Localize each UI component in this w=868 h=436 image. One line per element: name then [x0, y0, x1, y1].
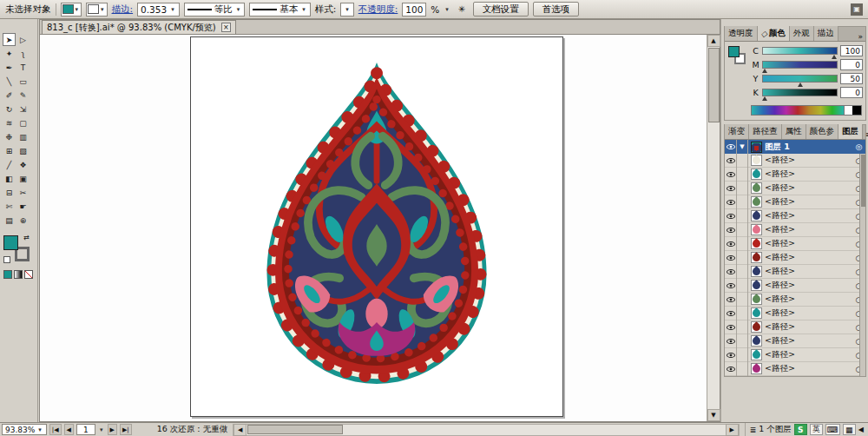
opacity-panel-link[interactable]: 不透明度:	[358, 3, 398, 16]
path-name[interactable]: <路径>	[765, 182, 852, 194]
eyedropper-tool[interactable]: ╱	[3, 158, 16, 171]
layer-row[interactable]: <路径> ○	[725, 334, 865, 348]
visibility-eye-icon[interactable]	[725, 182, 737, 195]
magic-wand-tool[interactable]: ✦	[3, 47, 16, 60]
layer-row[interactable]: <路径> ○	[725, 195, 865, 209]
layer-row[interactable]: <路径> ○	[725, 182, 865, 195]
toolbar-options-icon[interactable]: ▦	[843, 424, 856, 435]
last-page-button[interactable]: ▶|	[120, 424, 132, 435]
layer-row[interactable]: <路径> ○	[725, 265, 865, 279]
path-name[interactable]: <路径>	[765, 294, 852, 305]
channel-value-input[interactable]: 50	[840, 73, 863, 84]
next-page-button[interactable]: ▶	[108, 424, 117, 435]
path-name[interactable]: <路径>	[765, 349, 852, 360]
keyboard-icon[interactable]: ⌨	[825, 424, 840, 435]
scroll-left-icon[interactable]: ◀	[233, 424, 247, 436]
path-name[interactable]: <路径>	[765, 280, 852, 291]
tray-collapse-icon[interactable]: ◀	[858, 426, 864, 433]
slider-marker-icon[interactable]	[762, 69, 767, 73]
selection-tool[interactable]: ➤	[3, 33, 16, 46]
layers-scroll-thumb[interactable]	[861, 155, 865, 207]
scroll-down-icon[interactable]: ▼	[707, 409, 720, 421]
path-name[interactable]: <路径>	[765, 155, 852, 166]
path-name[interactable]: <路径>	[765, 238, 852, 249]
lasso-tool[interactable]: ʅ	[16, 47, 30, 60]
layer-row[interactable]: <路径> ○	[725, 293, 865, 307]
visibility-eye-icon[interactable]	[725, 140, 737, 154]
document-setup-button[interactable]: 文档设置	[473, 2, 529, 17]
path-name[interactable]: <路径>	[765, 168, 852, 180]
slider-marker-icon[interactable]	[798, 83, 803, 87]
brush-definition-select[interactable]: 基本 ▾	[249, 3, 311, 17]
layer-name[interactable]: 图层 1	[765, 142, 852, 153]
tab-gradient[interactable]: 渐变	[725, 124, 749, 139]
stroke-color-dropdown[interactable]: ▾	[86, 3, 108, 17]
lock-cell[interactable]	[737, 362, 748, 376]
path-name[interactable]: <路径>	[765, 196, 852, 208]
lock-cell[interactable]	[737, 265, 748, 279]
crop-area-tool[interactable]: ⊟	[3, 186, 16, 199]
path-name[interactable]: <路径>	[765, 335, 852, 347]
channel-slider[interactable]	[762, 61, 838, 69]
style-select[interactable]: ▾	[340, 3, 354, 17]
zoom-select[interactable]: 93.83% ▾	[2, 424, 47, 435]
artboard[interactable]	[190, 36, 563, 417]
channel-value-input[interactable]: 100	[840, 45, 863, 56]
swap-fill-stroke-icon[interactable]: ⇄	[23, 234, 30, 241]
visibility-eye-icon[interactable]	[725, 348, 737, 362]
lock-cell[interactable]	[737, 251, 748, 265]
opacity-input[interactable]: 100	[402, 3, 426, 17]
pencil-tool[interactable]: ✎	[16, 89, 30, 102]
slice-tool[interactable]: ✂	[16, 186, 30, 199]
layer-row[interactable]: <路径> ○	[725, 154, 865, 168]
panel-overflow-icon[interactable]: »	[855, 32, 865, 41]
vertical-scroll-thumb[interactable]	[708, 48, 720, 122]
blend-tool[interactable]: ❖	[16, 158, 30, 171]
zoom-tool[interactable]: ⊕	[16, 214, 30, 227]
warp-tool[interactable]: ≋	[3, 116, 16, 129]
lock-cell[interactable]	[737, 168, 748, 182]
visibility-eye-icon[interactable]	[725, 195, 737, 209]
path-name[interactable]: <路径>	[765, 224, 852, 235]
layer-target-icon[interactable]: ◎	[852, 142, 865, 151]
panel-fill-swatch[interactable]	[728, 46, 740, 57]
slider-marker-icon[interactable]	[832, 55, 837, 59]
tab-color-guide[interactable]: 颜色参	[806, 124, 839, 139]
ime-badge[interactable]: S	[794, 424, 807, 435]
type-tool[interactable]: T	[16, 61, 30, 74]
layer-row-header[interactable]: ▼ 图层 1 ◎	[725, 140, 865, 154]
slider-marker-icon[interactable]	[762, 96, 767, 101]
visibility-eye-icon[interactable]	[725, 307, 737, 320]
visibility-eye-icon[interactable]	[725, 362, 737, 376]
lock-cell[interactable]	[737, 154, 748, 168]
fill-swatch[interactable]	[62, 4, 74, 14]
color-spectrum-bar[interactable]	[752, 106, 844, 115]
layer-row[interactable]: <路径> ○	[725, 251, 865, 265]
horizontal-scroll-thumb[interactable]	[247, 425, 343, 434]
width-profile-select[interactable]: 等比 ▾	[184, 3, 246, 17]
visibility-eye-icon[interactable]	[725, 209, 737, 223]
scale-tool[interactable]: ⇲	[16, 102, 30, 116]
layer-row[interactable]: <路径> ○	[725, 279, 865, 293]
layer-row[interactable]: <路径> ○	[725, 307, 865, 320]
preferences-button[interactable]: 首选项	[533, 2, 580, 17]
rotate-tool[interactable]: ↻	[3, 102, 16, 116]
tab-transparency[interactable]: 透明度	[725, 26, 758, 41]
page-number-input[interactable]: 1	[76, 424, 95, 435]
layer-row[interactable]: <路径> ○	[725, 223, 865, 237]
panel-menu-icon[interactable]: ≡	[863, 130, 868, 139]
layer-row[interactable]: <路径> ○	[725, 209, 865, 223]
ornament-artwork[interactable]	[250, 51, 503, 395]
layers-scrollbar[interactable]	[859, 154, 865, 376]
toolbox-fill-swatch[interactable]	[3, 235, 18, 250]
scroll-up-icon[interactable]: ▲	[707, 35, 720, 47]
default-fill-stroke-icon[interactable]	[3, 256, 10, 263]
path-name[interactable]: <路径>	[765, 210, 852, 221]
lock-cell[interactable]	[737, 237, 748, 251]
layer-row[interactable]: <路径> ○	[725, 237, 865, 251]
lock-cell[interactable]	[737, 334, 748, 348]
visibility-eye-icon[interactable]	[725, 265, 737, 279]
visibility-eye-icon[interactable]	[725, 251, 737, 265]
visibility-eye-icon[interactable]	[725, 154, 737, 168]
tab-appearance[interactable]: 外观	[790, 26, 814, 41]
